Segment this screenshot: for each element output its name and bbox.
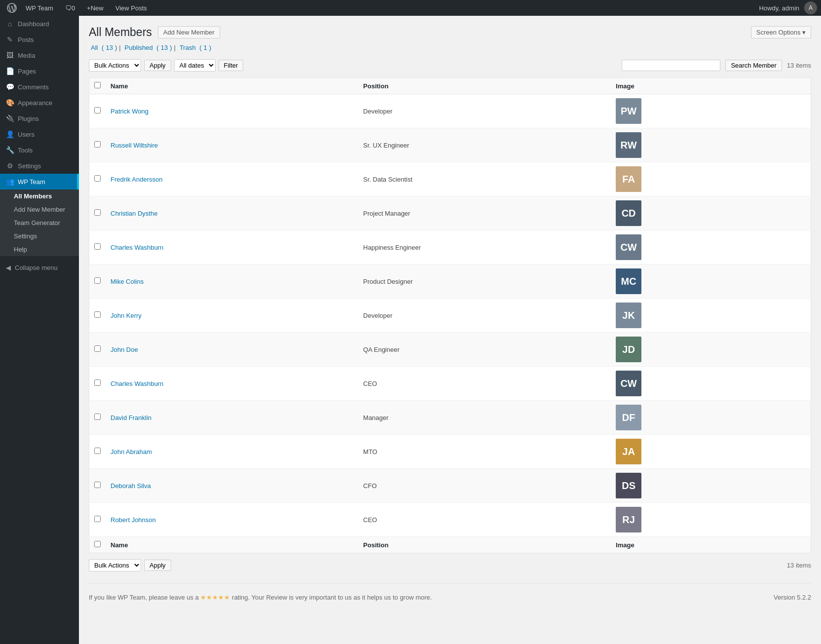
- row-checkbox-11[interactable]: [94, 482, 101, 488]
- col-name-foot: Name: [106, 537, 358, 553]
- filter-published-link[interactable]: Published (13): [123, 44, 172, 51]
- row-checkbox-cell: [89, 162, 106, 196]
- adminbar-view-posts[interactable]: View Posts: [110, 0, 153, 16]
- row-image-cell: PW: [611, 94, 811, 128]
- search-input[interactable]: [622, 60, 720, 71]
- filter-links: All (13) | Published (13) | Trash (1): [89, 42, 811, 53]
- page-footer: If you like WP Team, please leave us a ★…: [89, 583, 811, 606]
- users-icon: 👤: [6, 130, 14, 138]
- sidebar-item-dashboard[interactable]: ⌂ Dashboard: [0, 16, 79, 32]
- row-checkbox-cell: [89, 196, 106, 230]
- admin-avatar[interactable]: A: [804, 1, 817, 14]
- select-all-checkbox-top[interactable]: [94, 82, 101, 88]
- adminbar-howdy: Howdy, admin: [754, 4, 804, 12]
- row-checkbox-2[interactable]: [94, 175, 101, 182]
- row-checkbox-12[interactable]: [94, 516, 101, 522]
- wp-logo-icon[interactable]: [4, 0, 20, 16]
- row-checkbox-0[interactable]: [94, 107, 101, 114]
- member-name-link[interactable]: Charles Washburn: [111, 244, 163, 251]
- submenu-add-new-member[interactable]: Add New Member: [0, 203, 79, 216]
- submenu-settings[interactable]: Settings: [0, 229, 79, 243]
- apply-button[interactable]: Apply: [144, 60, 171, 71]
- table-row: Charles WashburnCEOCW: [89, 367, 811, 401]
- member-name-link[interactable]: Fredrik Andersson: [111, 176, 163, 183]
- sidebar-item-settings[interactable]: ⚙ Settings: [0, 158, 79, 174]
- member-avatar: CD: [616, 200, 641, 226]
- footer-version: Version 5.2.2: [774, 594, 811, 601]
- dates-filter-select[interactable]: All dates: [174, 59, 216, 72]
- page-title-area: All Members Add New Member: [89, 26, 220, 39]
- row-checkbox-10[interactable]: [94, 448, 101, 454]
- row-image-cell: JA: [611, 435, 811, 469]
- row-name-cell: Charles Washburn: [106, 230, 358, 265]
- member-avatar: JA: [616, 439, 641, 464]
- row-checkbox-cell: [89, 94, 106, 128]
- bulk-actions-select-bottom[interactable]: Bulk Actions: [89, 559, 141, 571]
- sidebar-item-users[interactable]: 👤 Users: [0, 126, 79, 142]
- search-button[interactable]: Search Member: [725, 60, 782, 71]
- sidebar-item-users-label: Users: [18, 131, 35, 138]
- filter-trash-link[interactable]: Trash (1): [178, 44, 211, 51]
- adminbar-site[interactable]: WP Team: [20, 0, 59, 16]
- member-avatar: CW: [616, 234, 641, 260]
- submenu-help[interactable]: Help: [0, 243, 79, 256]
- member-name-link[interactable]: Deborah Silva: [111, 482, 151, 490]
- row-checkbox-3[interactable]: [94, 209, 101, 216]
- member-name-link[interactable]: John Kerry: [111, 312, 142, 319]
- col-position-foot: Position: [358, 537, 611, 553]
- submenu-team-generator[interactable]: Team Generator: [0, 216, 79, 229]
- sidebar-item-tools[interactable]: 🔧 Tools: [0, 142, 79, 158]
- row-checkbox-cell: [89, 367, 106, 401]
- member-name-link[interactable]: Russell Wiltshire: [111, 142, 158, 149]
- footer-text-before: If you like WP Team, please leave us a: [89, 594, 199, 601]
- row-checkbox-1[interactable]: [94, 141, 101, 148]
- row-checkbox-8[interactable]: [94, 379, 101, 386]
- filter-trash-label: Trash: [178, 44, 198, 51]
- adminbar-comments[interactable]: 🗨 0: [59, 0, 81, 16]
- adminbar-new[interactable]: + New: [81, 0, 110, 16]
- main-content: All Members Add New Member Screen Option…: [79, 16, 821, 644]
- member-name-link[interactable]: David Franklin: [111, 414, 151, 421]
- sidebar-item-appearance[interactable]: 🎨 Appearance: [0, 95, 79, 111]
- add-new-button[interactable]: Add New Member: [158, 26, 220, 38]
- row-name-cell: Patrick Wong: [106, 94, 358, 128]
- row-checkbox-6[interactable]: [94, 311, 101, 318]
- member-name-link[interactable]: Charles Washburn: [111, 380, 163, 387]
- row-checkbox-4[interactable]: [94, 243, 101, 250]
- screen-options-button[interactable]: Screen Options ▾: [751, 26, 811, 38]
- member-name-link[interactable]: Patrick Wong: [111, 108, 149, 115]
- sidebar-item-plugins[interactable]: 🔌 Plugins: [0, 111, 79, 126]
- row-checkbox-9[interactable]: [94, 414, 101, 420]
- row-name-cell: Deborah Silva: [106, 469, 358, 503]
- collapse-menu-button[interactable]: ◀ Collapse menu: [0, 260, 79, 275]
- sidebar-item-media[interactable]: 🖼 Media: [0, 47, 79, 63]
- member-name-link[interactable]: Mike Colins: [111, 278, 144, 285]
- table-row: Robert JohnsonCEORJ: [89, 503, 811, 537]
- member-avatar: DF: [616, 405, 641, 430]
- row-checkbox-7[interactable]: [94, 345, 101, 352]
- row-checkbox-5[interactable]: [94, 277, 101, 284]
- sidebar-item-posts[interactable]: ✎ Posts: [0, 32, 79, 47]
- member-avatar: RW: [616, 132, 641, 158]
- submenu-all-members[interactable]: All Members: [0, 189, 79, 203]
- bulk-actions-select[interactable]: Bulk Actions: [89, 59, 141, 72]
- filter-button[interactable]: Filter: [219, 60, 244, 71]
- member-name-link[interactable]: John Abraham: [111, 448, 152, 455]
- apply-button-bottom[interactable]: Apply: [144, 560, 171, 571]
- sidebar-item-comments[interactable]: 💬 Comments: [0, 79, 79, 95]
- member-name-link[interactable]: Robert Johnson: [111, 516, 156, 524]
- member-name-link[interactable]: John Doe: [111, 346, 138, 353]
- sidebar-item-wp-team[interactable]: 👥 WP Team: [0, 174, 79, 189]
- sidebar-item-appearance-label: Appearance: [18, 99, 52, 107]
- main-wrap: ⌂ Dashboard ✎ Posts 🖼 Media 📄 Pages 💬 Co…: [0, 16, 821, 644]
- wp-team-submenu: All Members Add New Member Team Generato…: [0, 189, 79, 256]
- member-avatar: JD: [616, 337, 641, 362]
- sidebar-item-pages[interactable]: 📄 Pages: [0, 63, 79, 79]
- select-all-checkbox-bottom[interactable]: [94, 541, 101, 547]
- table-row: Deborah SilvaCFODS: [89, 469, 811, 503]
- row-checkbox-cell: [89, 333, 106, 367]
- member-name-link[interactable]: Christian Dysthe: [111, 210, 157, 217]
- filter-all-link[interactable]: All (13): [89, 44, 117, 51]
- adminbar-right: Howdy, admin A: [754, 1, 817, 14]
- row-name-cell: Charles Washburn: [106, 367, 358, 401]
